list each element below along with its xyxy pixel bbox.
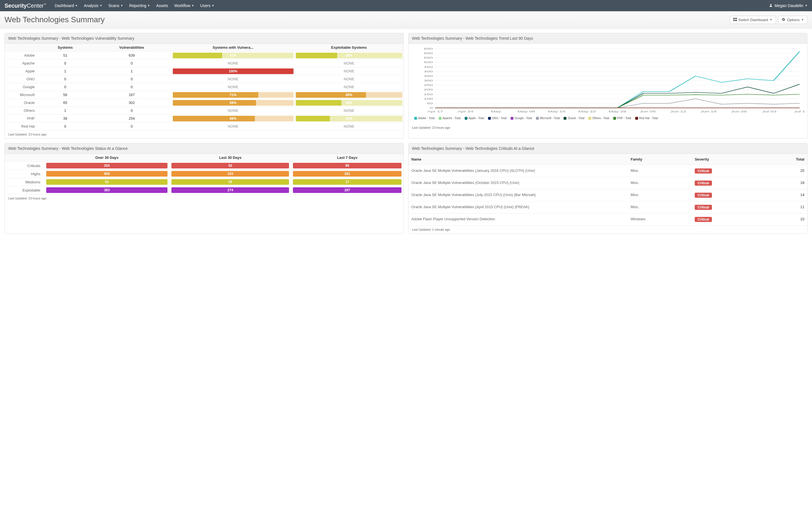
caret-down-icon: ▼ (120, 4, 123, 7)
legend-item[interactable]: Apache - Total (439, 117, 461, 120)
caret-down-icon: ▼ (805, 4, 808, 7)
top-navbar: SecurityCenter™ Dashboard▼Analysis▼Scans… (0, 0, 812, 11)
vuln-total: 14 (763, 189, 807, 202)
legend-item[interactable]: Adobe - Total (414, 117, 435, 120)
status-glance-table: Over 30 DaysLast 30 DaysLast 7 Days Crit… (5, 154, 403, 194)
vuln-total: 20 (763, 165, 807, 177)
legend-item[interactable]: Google - Total (511, 117, 532, 120)
table-row[interactable]: Google00NONENONE (5, 83, 403, 91)
panel-criticals: Web Technologies Summary - Web Technolog… (408, 143, 808, 234)
column-header: Systems with Vulnera... (172, 44, 295, 52)
nav-item-analysis[interactable]: Analysis▼ (84, 3, 102, 8)
table-row[interactable]: Microsoft5616771%66% (5, 91, 403, 99)
vuln-family: Misc. (628, 189, 692, 202)
column-header: Severity (692, 154, 763, 165)
row-label: PHP (5, 115, 39, 122)
table-row[interactable]: Highs608333281 (5, 170, 403, 178)
legend-swatch (635, 117, 638, 120)
last-updated: Last Updated: 1 minute ago (409, 226, 807, 233)
table-row[interactable]: Adobe Flash Player Unsupported Version D… (409, 214, 807, 226)
svg-text:150: 150 (424, 93, 433, 96)
table-row[interactable]: GNU00NONENONE (5, 75, 403, 83)
column-header: Last 7 Days (291, 154, 403, 162)
svg-rect-1 (733, 18, 735, 19)
severity-badge: Critical (695, 217, 712, 222)
nav-item-workflow[interactable]: Workflow▼ (174, 3, 194, 8)
legend-item[interactable]: GNU - Total (488, 117, 507, 120)
page-title: Web Technologies Summary (4, 15, 730, 24)
legend-item[interactable]: Apple - Total (465, 117, 484, 120)
legend-swatch (511, 117, 513, 120)
legend-item[interactable]: PHP - Total (613, 117, 631, 120)
severity-badge: Critical (695, 168, 712, 173)
svg-text:Jul 03: Jul 03 (762, 110, 776, 113)
vuln-name: Adobe Flash Player Unsupported Version D… (409, 214, 628, 226)
row-label: Apple (5, 67, 39, 75)
row-label: Red Hat (5, 122, 39, 130)
legend-swatch (589, 117, 591, 120)
nav-item-dashboard[interactable]: Dashboard▼ (55, 3, 78, 8)
vuln-total: 18 (763, 177, 807, 189)
table-row[interactable]: Oracle Java SE Multiple Vulnerabilities … (409, 202, 807, 214)
svg-rect-4 (735, 20, 737, 21)
table-row[interactable]: Red Hat00NONENONE (5, 122, 403, 130)
svg-text:Jun 26: Jun 26 (731, 110, 747, 113)
table-row[interactable]: Adobe5163941%39% (5, 52, 403, 59)
row-label: Others (5, 107, 39, 115)
brand-logo: SecurityCenter™ (4, 3, 46, 9)
vuln-family: Misc. (628, 165, 692, 177)
vuln-name: Oracle Java SE Multiple Vulnerabilities … (409, 202, 628, 214)
options-button[interactable]: Options ▼ (778, 16, 808, 24)
legend-swatch (465, 117, 467, 120)
column-header: Systems (39, 44, 92, 52)
column-header: Total (763, 154, 807, 165)
svg-text:600: 600 (424, 52, 433, 55)
caret-down-icon: ▼ (75, 4, 78, 7)
last-updated: Last Updated: 23 hours ago (5, 194, 403, 202)
table-row[interactable]: Apache00NONENONE (5, 59, 403, 67)
vuln-family: Misc. (628, 177, 692, 189)
column-header: Last 30 Days (169, 154, 291, 162)
table-row[interactable]: Oracle6530269%43% (5, 99, 403, 107)
legend-item[interactable]: Red Hat - Total (635, 117, 658, 120)
nav-item-users[interactable]: Users▼ (200, 3, 214, 8)
legend-item[interactable]: Others - Total (589, 117, 609, 120)
table-row[interactable]: Mediums912517 (5, 178, 403, 186)
table-row[interactable]: Exploitable383274287 (5, 186, 403, 194)
svg-rect-2 (735, 18, 737, 19)
chart-legend: Adobe - TotalApache - TotalApple - Total… (411, 115, 804, 121)
table-row[interactable]: Oracle Java SE Multiple Vulnerabilities … (409, 189, 807, 202)
svg-text:Apr 24: Apr 24 (458, 110, 473, 113)
legend-swatch (439, 117, 442, 120)
row-label: Apache (5, 59, 39, 67)
table-row[interactable]: Apple11100%NONE (5, 67, 403, 75)
trend-line-chart[interactable]: 050100150200250300350400450500550600650A… (411, 47, 804, 114)
svg-rect-3 (733, 20, 735, 21)
panel-status-glance: Web Technologies Summary - Web Technolog… (4, 143, 404, 234)
legend-item[interactable]: Microsoft - Total (536, 117, 560, 120)
user-name: Megan Daudelin (774, 3, 803, 8)
table-row[interactable]: Criticals2545298 (5, 162, 403, 170)
nav-item-assets[interactable]: Assets (156, 3, 168, 8)
last-updated: Last Updated: 23 hours ago (5, 130, 403, 138)
table-row[interactable]: Oracle Java SE Multiple Vulnerabilities … (409, 165, 807, 177)
legend-item[interactable]: Oracle - Total (564, 117, 584, 120)
table-row[interactable]: PHP3825468%32% (5, 115, 403, 122)
panel-title: Web Technologies Summary - Web Technolog… (409, 33, 807, 44)
vuln-name: Oracle Java SE Multiple Vulnerabilities … (409, 189, 628, 202)
last-updated: Last Updated: 23 hours ago (409, 124, 807, 131)
nav-item-scans[interactable]: Scans▼ (108, 3, 123, 8)
switch-dashboard-button[interactable]: Switch Dashboard ▼ (730, 16, 776, 24)
nav-item-reporting[interactable]: Reporting▼ (129, 3, 150, 8)
caret-down-icon: ▼ (147, 4, 150, 7)
row-label: Mediums (5, 178, 44, 186)
svg-text:Jun 05: Jun 05 (640, 110, 656, 113)
table-row[interactable]: Oracle Java SE Multiple Vulnerabilities … (409, 177, 807, 189)
panel-trend: Web Technologies Summary - Web Technolog… (408, 33, 808, 138)
column-header: Name (409, 154, 628, 165)
column-header: Exploitable Systems (295, 44, 403, 52)
svg-text:Apr 17: Apr 17 (427, 110, 443, 113)
table-row[interactable]: Others10NONENONE (5, 107, 403, 115)
user-menu[interactable]: Megan Daudelin ▼ (769, 3, 808, 8)
row-label: Oracle (5, 99, 39, 107)
